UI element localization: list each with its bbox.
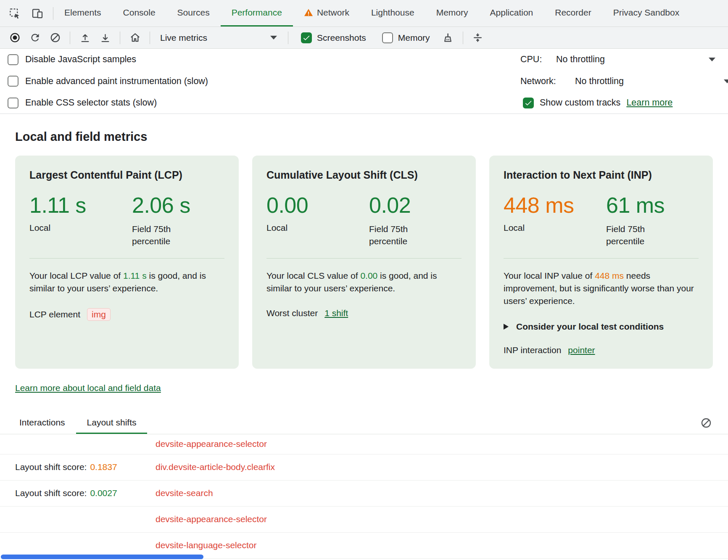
advanced-paint-checkbox[interactable] [8, 76, 18, 87]
separator [288, 32, 288, 44]
desc-text: Your local CLS value of [266, 271, 360, 280]
tab-lighthouse[interactable]: Lighthouse [360, 0, 425, 26]
tab-elements[interactable]: Elements [53, 0, 112, 26]
setting-label: Disable JavaScript samples [25, 54, 136, 65]
lcp-element-node-link[interactable]: img [87, 308, 111, 321]
performance-toolbar: Live metrics Screenshots Memory [0, 27, 728, 49]
panel-mode-value: Live metrics [160, 33, 207, 43]
page-title: Local and field metrics [15, 130, 728, 144]
clear-log-icon[interactable] [699, 416, 713, 430]
cpu-throttling-select[interactable]: No throttling [556, 54, 605, 65]
show-custom-tracks-checkbox[interactable] [523, 98, 534, 108]
warning-icon [304, 8, 313, 17]
save-profile-icon[interactable] [96, 29, 114, 46]
cpu-throttling-row: CPU: No throttling [520, 49, 728, 71]
inp-interaction-link[interactable]: pointer [568, 345, 595, 355]
disable-js-samples-checkbox[interactable] [8, 54, 18, 65]
metric-card-inp: Interaction to Next Paint (INP) 448 ms L… [489, 156, 713, 369]
table-row: Layout shift score:0.0027 devsite-search [0, 481, 728, 507]
local-test-conditions-expander[interactable]: Consider your local test conditions [504, 322, 699, 332]
metric-cards: Largest Contentful Paint (LCP) 1.11 s Lo… [15, 156, 713, 369]
score-value: 0.1837 [90, 462, 117, 472]
panel-mode-select[interactable]: Live metrics [156, 29, 282, 46]
tab-privacy-sandbox[interactable]: Privacy Sandbox [602, 0, 691, 26]
table-row: Layout shift score:0.1837 div.devsite-ar… [0, 454, 728, 481]
memory-checkbox[interactable] [382, 32, 393, 43]
custom-tracks-learn-more-link[interactable]: Learn more [626, 98, 673, 108]
local-label: Local [504, 223, 606, 233]
local-label: Local [266, 223, 369, 233]
tab-label: Interactions [19, 417, 65, 428]
element-link[interactable]: div.devsite-article-body.clearfix [156, 462, 275, 472]
element-link[interactable]: devsite-language-selector [156, 540, 256, 550]
tab-label: Privacy Sandbox [613, 8, 680, 18]
memory-label: Memory [398, 33, 430, 43]
lcp-field-value: 2.06 s [132, 194, 190, 217]
separator [120, 32, 120, 44]
chevron-down-icon [270, 36, 277, 40]
score-label: Layout shift score: [15, 488, 87, 498]
card-title: Interaction to Next Paint (INP) [504, 169, 699, 181]
tab-label: Sources [177, 8, 210, 18]
tab-performance[interactable]: Performance [221, 0, 293, 26]
tab-label: Lighthouse [371, 8, 414, 18]
cls-description: Your local CLS value of 0.00 is good, an… [266, 269, 462, 295]
load-profile-icon[interactable] [76, 29, 94, 46]
chevron-down-icon[interactable] [709, 58, 715, 61]
record-and-reload-button[interactable] [26, 29, 44, 46]
separator [463, 32, 463, 44]
cls-field-value: 0.02 [369, 194, 425, 217]
tab-network[interactable]: Network [293, 0, 360, 26]
record-button[interactable] [6, 29, 24, 46]
score-label: Layout shift score: [15, 462, 87, 472]
custom-tracks-row: Show custom tracks Learn more [520, 92, 728, 114]
tab-recorder[interactable]: Recorder [544, 0, 602, 26]
tab-label: Application [490, 8, 533, 18]
cls-local-value: 0.00 [266, 194, 369, 217]
tab-label: Elements [64, 8, 101, 18]
vertical-collapse-icon[interactable] [469, 29, 487, 46]
tab-application[interactable]: Application [479, 0, 544, 26]
element-link[interactable]: devsite-search [156, 488, 213, 498]
network-throttling-select[interactable]: No throttling [575, 76, 624, 87]
score-cell: Layout shift score:0.0027 [15, 488, 156, 498]
device-toolbar-icon[interactable] [30, 6, 45, 21]
worst-cluster-link[interactable]: 1 shift [324, 308, 348, 318]
separator [70, 32, 70, 44]
element-link[interactable]: devsite-appearance-selector [156, 439, 267, 449]
tab-layout-shifts[interactable]: Layout shifts [76, 412, 148, 434]
divider [504, 258, 699, 259]
lcp-element-label: LCP element [29, 309, 80, 320]
network-label: Network: [520, 76, 575, 87]
tab-interactions[interactable]: Interactions [8, 412, 76, 434]
chevron-down-icon[interactable] [724, 79, 728, 83]
tab-console[interactable]: Console [112, 0, 166, 26]
inp-description: Your local INP value of 448 ms needs imp… [504, 269, 699, 307]
expander-label: Consider your local test conditions [516, 322, 664, 332]
lcp-local-value: 1.11 s [29, 194, 132, 217]
setting-label: Enable CSS selector stats (slow) [25, 98, 157, 108]
home-icon[interactable] [126, 29, 144, 46]
inp-interaction-label: INP interaction [504, 345, 561, 355]
tab-sources[interactable]: Sources [166, 0, 221, 26]
devtools-tabbar: Elements Console Sources Performance Net… [0, 0, 728, 27]
collect-garbage-icon[interactable] [439, 29, 457, 46]
horizontal-scrollbar-thumb[interactable] [1, 555, 203, 559]
network-throttling-row: Network: No throttling [520, 71, 728, 92]
worst-cluster-label: Worst cluster [266, 308, 318, 318]
screenshots-label: Screenshots [317, 33, 366, 43]
screenshots-checkbox[interactable] [301, 32, 312, 43]
desc-text: Your local LCP value of [29, 271, 123, 280]
inp-local-value: 448 ms [504, 194, 606, 217]
clear-button[interactable] [46, 29, 64, 46]
inspect-element-icon[interactable] [8, 6, 22, 21]
tab-memory[interactable]: Memory [425, 0, 479, 26]
inp-field-value: 61 ms [606, 194, 665, 217]
layout-shifts-log: devsite-appearance-selector Layout shift… [0, 434, 728, 560]
local-field-data-learn-more-link[interactable]: Learn more about local and field data [15, 383, 161, 393]
css-selector-stats-checkbox[interactable] [8, 98, 18, 108]
card-title: Cumulative Layout Shift (CLS) [266, 169, 462, 181]
field-label: Field 75th percentile [132, 223, 187, 247]
element-link[interactable]: devsite-appearance-selector [156, 514, 267, 524]
table-row: devsite-appearance-selector [0, 434, 728, 454]
